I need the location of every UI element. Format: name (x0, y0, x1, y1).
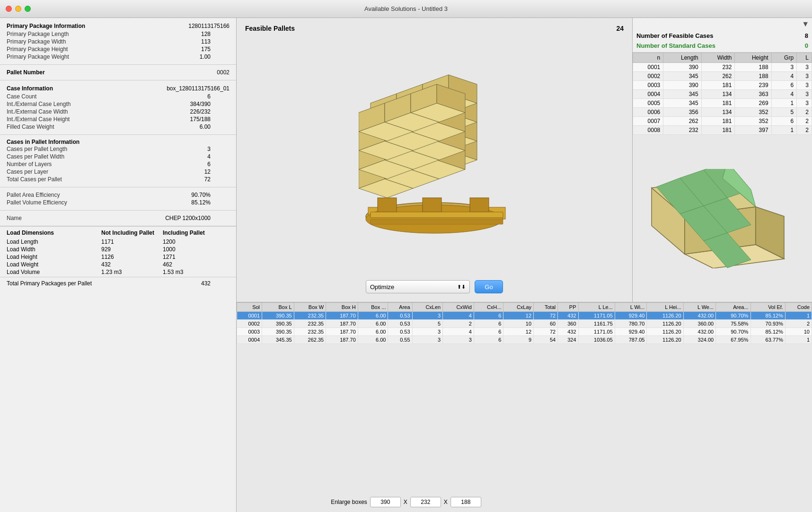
cell-l: 2 (797, 117, 812, 126)
cell-cxlay: 12 (503, 328, 534, 336)
case-height-value: 175/188 (190, 116, 211, 123)
table-row[interactable]: 0002 390.35 232.35 187.70 6.00 0.53 5 2 … (237, 320, 812, 328)
cell-cxlay: 9 (503, 336, 534, 344)
cases-table-row[interactable]: 0008 232 181 397 1 2 (633, 126, 812, 135)
cases-table-row[interactable]: 0001 390 232 188 3 3 (633, 63, 812, 72)
load-volume-v2: 1.53 m3 (163, 269, 229, 275)
case-count-value: 6 (207, 93, 211, 100)
cell-cxlay: 10 (503, 320, 534, 328)
load-dims-header: Load Dimensions (7, 230, 101, 236)
cell-pp: 432 (558, 312, 578, 320)
cell-vol-ef: 70.93% (750, 320, 785, 328)
cell-sol: 0003 (237, 328, 262, 336)
name-label: Name (7, 215, 22, 221)
load-width-v1: 929 (101, 246, 163, 253)
cell-n: 0005 (633, 99, 663, 108)
go-button[interactable]: Go (475, 280, 503, 293)
cell-grp: 6 (771, 117, 796, 126)
cell-area-ef: 90.70% (716, 312, 750, 320)
pkg-height-value: 175 (201, 46, 211, 53)
optimize-select[interactable]: Optimize ⬆⬇ (366, 280, 470, 293)
pallet-area-eff-value: 90.70% (191, 192, 211, 198)
left-panel: Primary Package Information 128011317516… (0, 18, 237, 512)
x-separator-1: X (404, 499, 407, 505)
pkg-length-label: Primary Package Length (7, 31, 69, 37)
box-visual-svg (642, 169, 803, 268)
load-weight-v2: 462 (163, 261, 229, 268)
cell-length: 345 (663, 72, 701, 81)
cell-boxx: 6.00 (358, 312, 388, 320)
cell-area-ef: 90.70% (716, 328, 750, 336)
cell-boxh: 187.70 (326, 328, 358, 336)
cases-table-row[interactable]: 0003 390 181 239 6 3 (633, 81, 812, 90)
cell-length: 232 (663, 126, 701, 135)
name-value: CHEP 1200x1000 (165, 215, 211, 221)
box-visual-area (633, 135, 812, 302)
cases-table-row[interactable]: 0006 356 134 352 5 2 (633, 108, 812, 117)
cases-table-row[interactable]: 0004 345 134 363 4 3 (633, 90, 812, 99)
feasible-count: 24 (616, 25, 624, 32)
cell-l: 3 (797, 63, 812, 72)
cell-pp: 360 (558, 320, 578, 328)
close-button[interactable] (6, 6, 12, 12)
th-area: Area (388, 303, 412, 312)
table-row[interactable]: 0001 390.35 232.35 187.70 6.00 0.53 3 4 … (237, 312, 812, 320)
cell-n: 0004 (633, 90, 663, 99)
cell-area: 0.53 (388, 320, 412, 328)
table-row[interactable]: 0003 390.35 232.35 187.70 6.00 0.53 3 4 … (237, 328, 812, 336)
svg-rect-3 (378, 198, 397, 212)
cell-vol-ef: 85.12% (750, 312, 785, 320)
minimize-button[interactable] (15, 6, 21, 12)
enlarge-x-input[interactable] (370, 497, 401, 507)
cell-height: 363 (735, 90, 771, 99)
col-n: n (633, 53, 663, 63)
cell-cxlen: 3 (412, 336, 443, 344)
th-lhei: L Hei... (647, 303, 683, 312)
svg-rect-6 (371, 212, 503, 218)
enlarge-controls: Enlarge boxes X X (331, 497, 481, 507)
cell-lle: 1171.05 (578, 312, 615, 320)
cell-cxlay: 12 (503, 312, 534, 320)
cell-vol-ef: 63.77% (750, 336, 785, 344)
standard-cases-label: Number of Standard Cases (636, 42, 715, 49)
cell-total: 54 (534, 336, 558, 344)
load-height-row: Load Height 1126 1271 (7, 253, 229, 261)
total-primary-value: 432 (201, 280, 211, 287)
pallet-area-eff-label: Pallet Area Efficiency (7, 192, 60, 198)
load-length-v2: 1200 (163, 238, 229, 245)
cell-grp: 4 (771, 72, 796, 81)
cell-length: 345 (663, 90, 701, 99)
primary-package-section: Primary Package Information 128011317516… (0, 18, 236, 65)
cases-table-row[interactable]: 0002 345 262 188 4 3 (633, 72, 812, 81)
load-volume-row: Load Volume 1.23 m3 1.53 m3 (7, 268, 229, 276)
cell-n: 0007 (633, 117, 663, 126)
cases-table-row[interactable]: 0007 262 181 352 6 2 (633, 117, 812, 126)
pallet-svg (359, 61, 510, 250)
feasible-label: Feasible Pallets (245, 25, 295, 32)
cpla-value: 12 (204, 168, 211, 175)
load-width-label: Load Width (7, 246, 101, 253)
cell-height: 269 (735, 99, 771, 108)
primary-package-id: 1280113175166 (188, 23, 229, 29)
table-row[interactable]: 0004 345.35 262.35 187.70 6.00 0.55 3 3 … (237, 336, 812, 344)
pallet-number-section: Pallet Number 0002 (0, 65, 236, 80)
cell-boxw: 232.35 (294, 320, 326, 328)
cases-table-row[interactable]: 0005 345 181 269 1 3 (633, 99, 812, 108)
cell-boxl: 390.35 (262, 320, 294, 328)
cell-boxw: 232.35 (294, 312, 326, 320)
cpl-value: 3 (207, 146, 211, 152)
cell-sol: 0001 (237, 312, 262, 320)
enlarge-y-input[interactable] (410, 497, 441, 507)
maximize-button[interactable] (25, 6, 31, 12)
pallet-vol-eff-value: 85.12% (191, 199, 211, 206)
col-l: L (797, 53, 812, 63)
cell-height: 188 (735, 72, 771, 81)
dropdown-arrow-icon[interactable]: ▼ (802, 20, 809, 28)
cell-l: 3 (797, 72, 812, 81)
cell-sol: 0004 (237, 336, 262, 344)
cell-boxx: 6.00 (358, 328, 388, 336)
svg-rect-5 (470, 198, 489, 212)
enlarge-z-input[interactable] (450, 497, 481, 507)
optimize-arrow: ⬆⬇ (457, 284, 466, 290)
cell-lle: 1161.75 (578, 320, 615, 328)
